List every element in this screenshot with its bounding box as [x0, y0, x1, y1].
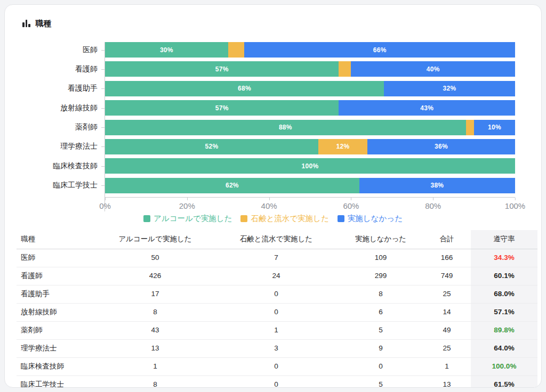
y-axis-label: 放射線技師 [5, 100, 105, 116]
bar-row: 62%38% [105, 178, 515, 193]
table-row: 医師50710916634.3% [17, 249, 537, 267]
occupation-cell: 放射線技師 [17, 303, 97, 321]
legend-swatch [143, 215, 150, 222]
card-header: 職種 [5, 18, 541, 29]
bar-value-label: 32% [443, 85, 456, 92]
x-axis-tick-label: 80% [425, 198, 441, 210]
x-axis-tick-label: 60% [343, 198, 359, 210]
bar-value-label: 12% [336, 143, 350, 150]
count-cell: 1 [423, 357, 471, 375]
compliance-rate-cell: 57.1% [471, 303, 537, 321]
bar-value-label: 43% [420, 104, 433, 112]
compliance-rate-cell: 61.5% [471, 375, 537, 388]
bar-segment[interactable]: 68% [105, 81, 384, 96]
count-cell: 9 [339, 339, 423, 357]
bar-value-label: 10% [488, 124, 501, 131]
page: 職種 医師看護師看護助手放射線技師薬剤師理学療法士臨床検査技師臨床工学技士 30… [0, 0, 546, 392]
bar-segment[interactable]: 32% [384, 81, 515, 96]
count-cell: 1 [214, 321, 339, 339]
occupation-cell: 薬剤師 [17, 321, 97, 339]
bar-value-label: 62% [226, 182, 239, 189]
count-cell: 6 [339, 303, 423, 321]
bar-row: 100% [105, 158, 515, 174]
bar-value-label: 38% [430, 182, 444, 189]
legend-label: アルコールで実施した [154, 214, 232, 224]
y-axis-label: 薬剤師 [5, 120, 105, 135]
bar-segment[interactable]: 57% [105, 61, 339, 77]
bar-segment[interactable]: 57% [105, 100, 339, 116]
bar-value-label: 57% [215, 66, 229, 73]
bar-segment[interactable]: 62% [105, 178, 359, 193]
count-cell: 8 [97, 303, 214, 321]
legend-item[interactable]: 実施しなかった [338, 214, 403, 224]
bar-value-label: 57% [215, 104, 229, 112]
legend-label: 石鹸と流水で実施した [251, 214, 328, 224]
count-cell: 50 [97, 249, 214, 267]
legend-item[interactable]: 石鹸と流水で実施した [240, 214, 328, 224]
bar-chart-icon [22, 20, 30, 27]
occupation-cell: 臨床工学技士 [17, 375, 97, 388]
table-column-header: 合計 [423, 230, 471, 249]
bar-value-label: 52% [205, 143, 218, 150]
page-title: 職種 [36, 19, 52, 29]
count-cell: 8 [97, 375, 214, 388]
bar-segment[interactable]: 66% [244, 42, 515, 58]
bar-rows: 30%66%57%40%68%32%57%43%88%10%52%12%36%1… [105, 42, 515, 193]
y-axis-label: 臨床工学技士 [5, 178, 105, 193]
count-cell: 0 [214, 285, 339, 303]
bar-segment[interactable]: 38% [359, 178, 515, 193]
bar-segment[interactable] [339, 61, 351, 77]
table-row: 看護師4262429974960.1% [17, 267, 537, 285]
bar-value-label: 100% [302, 162, 319, 170]
count-cell: 0 [214, 375, 339, 388]
y-axis-label: 医師 [5, 42, 105, 58]
chart-legend: アルコールで実施した石鹸と流水で実施した実施しなかった [5, 212, 541, 226]
x-axis-tick-label: 0% [99, 198, 111, 210]
table-column-header: 職種 [17, 230, 97, 249]
count-cell: 5 [339, 375, 423, 388]
bar-segment[interactable] [466, 120, 474, 135]
bar-segment[interactable]: 10% [474, 120, 515, 135]
plot-area: 30%66%57%40%68%32%57%43%88%10%52%12%36%1… [105, 42, 515, 211]
table-row: 理学療法士13392564.0% [17, 339, 537, 357]
x-axis: 0%20%40%60%80%100% [105, 197, 515, 211]
count-cell: 299 [339, 267, 423, 285]
bar-segment[interactable]: 30% [105, 42, 228, 58]
count-cell: 17 [97, 285, 214, 303]
bar-row: 52%12%36% [105, 139, 515, 154]
table-row: 薬剤師43154989.8% [17, 321, 537, 339]
count-cell: 109 [339, 249, 423, 267]
bar-segment[interactable]: 43% [339, 100, 515, 116]
bar-value-label: 30% [160, 46, 173, 54]
count-cell: 0 [339, 357, 423, 375]
table-row: 臨床工学技士8051361.5% [17, 375, 537, 388]
bar-segment[interactable]: 40% [351, 61, 515, 77]
occupation-cell: 臨床検査技師 [17, 357, 97, 375]
y-axis-label: 理学療法士 [5, 139, 105, 154]
y-axis-label: 看護師 [5, 61, 105, 77]
y-axis-labels: 医師看護師看護助手放射線技師薬剤師理学療法士臨床検査技師臨床工学技士 [5, 42, 105, 211]
bar-segment[interactable]: 36% [367, 139, 515, 154]
table-column-header: 石鹸と流水で実施した [214, 230, 339, 249]
count-cell: 166 [423, 249, 471, 267]
bar-segment[interactable] [228, 42, 245, 58]
occupation-cell: 理学療法士 [17, 339, 97, 357]
bar-segment[interactable]: 88% [105, 120, 466, 135]
compliance-rate-cell: 68.0% [471, 285, 537, 303]
count-cell: 13 [423, 375, 471, 388]
count-cell: 0 [214, 303, 339, 321]
bar-segment[interactable]: 12% [318, 139, 367, 154]
compliance-rate-cell: 34.3% [471, 249, 537, 267]
bar-segment[interactable]: 100% [105, 158, 515, 174]
compliance-rate-cell: 100.0% [471, 357, 537, 375]
count-cell: 49 [423, 321, 471, 339]
bar-value-label: 40% [427, 66, 440, 73]
count-cell: 3 [214, 339, 339, 357]
count-cell: 13 [97, 339, 214, 357]
compliance-rate-cell: 64.0% [471, 339, 537, 357]
y-axis-label: 看護助手 [5, 81, 105, 96]
table-row: 放射線技師8061457.1% [17, 303, 537, 321]
count-cell: 8 [339, 285, 423, 303]
bar-segment[interactable]: 52% [105, 139, 318, 154]
legend-item[interactable]: アルコールで実施した [143, 214, 232, 224]
